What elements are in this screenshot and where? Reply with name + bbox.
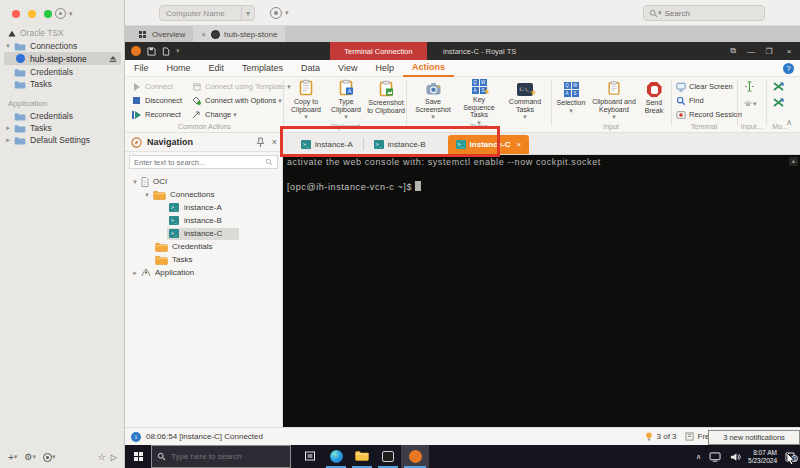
record-session-button[interactable]: Record Session xyxy=(675,108,742,121)
favorites-star-icon[interactable]: ☆ xyxy=(98,452,106,462)
new-document-icon[interactable] xyxy=(162,47,170,56)
close-tab-icon[interactable]: × xyxy=(517,140,522,149)
disconnect-button[interactable]: Disconnect xyxy=(131,94,182,107)
connection-menu-icon[interactable] xyxy=(43,453,52,462)
key-sequence-tasks-button[interactable]: QWAS★ Key Sequence Tasks▾ xyxy=(457,79,501,121)
chevron-right-icon[interactable]: ▸ xyxy=(4,136,12,144)
tab-hub-step-stone[interactable]: × hub-step-stone xyxy=(193,26,285,42)
close-panel-icon[interactable]: × xyxy=(272,137,277,147)
menu-templates[interactable]: Templates xyxy=(233,60,292,77)
help-icon[interactable]: ? xyxy=(783,63,794,74)
sidebar-item-app-credentials[interactable]: Credentials xyxy=(0,110,125,122)
save-screenshot-button[interactable]: Save Screenshot▾ xyxy=(411,79,455,121)
eject-icon[interactable] xyxy=(109,55,117,63)
tree-item-instance-c[interactable]: >_ instance-C xyxy=(125,227,283,240)
type-clipboard-button[interactable]: A Type Clipboard▾ xyxy=(325,79,367,121)
minimize-traffic-icon[interactable] xyxy=(28,10,36,18)
copy-to-clipboard-button[interactable]: Copy to Clipboard▾ xyxy=(285,79,327,121)
input-mode-button[interactable]: ▾ xyxy=(743,97,757,110)
popout-icon[interactable]: ⧉ xyxy=(724,42,742,60)
gear-button[interactable]: ⚙ xyxy=(24,452,32,462)
tree-item-oci[interactable]: ▾ OCI xyxy=(125,175,283,188)
find-button[interactable]: Find xyxy=(675,94,704,107)
change-button[interactable]: Change▾ xyxy=(191,108,237,121)
maximize-icon[interactable]: ❐ xyxy=(760,42,778,60)
tree-item-tasks[interactable]: Tasks xyxy=(125,253,283,266)
chevron-expanded-icon[interactable]: ▾ xyxy=(4,42,12,50)
context-tab-terminal-connection[interactable]: Terminal Connection xyxy=(330,42,427,60)
taskbar-search-box[interactable] xyxy=(151,445,291,468)
menu-view[interactable]: View xyxy=(329,60,366,77)
reconnect-button[interactable]: Reconnect xyxy=(131,108,181,121)
tray-chevron-icon[interactable]: ∧ xyxy=(692,453,705,461)
menu-help[interactable]: Help xyxy=(366,60,403,77)
text-input-button[interactable] xyxy=(744,81,755,94)
tree-item-application[interactable]: ▸ Application xyxy=(125,266,283,279)
screenshot-to-clipboard-button[interactable]: Screenshot to Clipboard xyxy=(365,79,407,121)
speaker-icon[interactable] xyxy=(726,452,745,462)
menu-file[interactable]: File xyxy=(125,60,158,77)
task-view-button[interactable] xyxy=(297,445,323,468)
menu-home[interactable]: Home xyxy=(158,60,200,77)
command-tasks-button[interactable]: C:\_★ Command Tasks▾ xyxy=(503,79,547,121)
connect-using-template-button[interactable]: Connect using Template▾ xyxy=(191,80,291,93)
sidebar-item-hub-step-stone[interactable]: hub-step-stone xyxy=(4,52,121,65)
menu-data[interactable]: Data xyxy=(292,60,329,77)
selection-button[interactable]: QWAS Selection▾ xyxy=(553,79,589,121)
clear-screen-icon xyxy=(675,82,686,92)
taskbar-explorer-button[interactable] xyxy=(349,445,375,468)
chevron-right-icon[interactable]: ▸ xyxy=(4,124,12,132)
play-icon[interactable]: ▷ xyxy=(111,453,117,462)
warning-icon xyxy=(8,30,16,37)
clipboard-and-keyboard-button[interactable]: Clipboard and Keyboard▾ xyxy=(591,79,637,121)
traffic-lights[interactable] xyxy=(12,10,58,20)
tree-item-connections[interactable]: ▾ Connections xyxy=(125,188,283,201)
menu-actions[interactable]: Actions xyxy=(403,60,454,77)
taskbar-search-input[interactable] xyxy=(171,452,290,461)
minimize-icon[interactable]: — xyxy=(742,42,760,60)
close-tab-icon[interactable]: × xyxy=(201,30,206,39)
navigation-search-box[interactable] xyxy=(129,155,278,169)
swap-button[interactable] xyxy=(773,81,784,94)
save-icon[interactable] xyxy=(147,47,156,56)
sidebar-view-menu-button[interactable]: ▾ xyxy=(55,8,73,19)
pin-icon[interactable] xyxy=(256,137,265,148)
connect-with-options-button[interactable]: Connect with Options▾ xyxy=(191,94,282,107)
navigation-search-input[interactable] xyxy=(130,158,265,167)
taskbar-terminal-button[interactable] xyxy=(375,445,401,468)
record-menu-button[interactable]: ▾ xyxy=(270,7,289,19)
search-input[interactable] xyxy=(662,9,775,18)
close-icon[interactable]: × xyxy=(780,42,798,60)
task-view-icon xyxy=(304,450,316,464)
taskbar-clock[interactable]: 8:07 AM 5/23/2024 xyxy=(745,449,780,465)
computer-name-dropdown[interactable]: Computer Name ▾ xyxy=(159,5,255,21)
bulb-icon xyxy=(645,431,653,442)
start-button[interactable] xyxy=(125,445,151,468)
clear-screen-button[interactable]: Clear Screen xyxy=(675,80,733,93)
sidebar-item-connections[interactable]: ▾ Connections xyxy=(0,40,125,52)
sidebar-item-tasks[interactable]: Tasks xyxy=(0,78,125,90)
tab-overview[interactable]: Overview xyxy=(125,26,193,42)
connect-button[interactable]: Connect xyxy=(131,80,173,93)
royal-ts-icon xyxy=(409,450,422,463)
sidebar-item-app-tasks[interactable]: ▸ Tasks xyxy=(0,122,125,134)
terminal-screen[interactable]: activate the web console with: systemctl… xyxy=(283,155,800,427)
chevron-down-icon[interactable]: ▾ xyxy=(176,47,180,55)
tree-item-instance-a[interactable]: >_ instance-A xyxy=(125,201,283,214)
sidebar-item-default-settings[interactable]: ▸ Default Settings xyxy=(0,134,125,146)
menu-edit[interactable]: Edit xyxy=(200,60,234,77)
zoom-traffic-icon[interactable] xyxy=(44,10,52,18)
clipboard-icon xyxy=(607,79,621,96)
send-break-button[interactable]: Send Break xyxy=(639,79,669,121)
collapse-ribbon-icon[interactable]: ∧ xyxy=(786,118,792,127)
mac-search-box[interactable]: ▾ xyxy=(643,5,765,21)
close-traffic-icon[interactable] xyxy=(12,10,20,18)
scroll-up-icon[interactable]: ▲ xyxy=(789,157,798,166)
network-icon[interactable] xyxy=(705,452,726,462)
sidebar-item-credentials[interactable]: Credentials xyxy=(0,66,125,78)
taskbar-edge-button[interactable] xyxy=(323,445,349,468)
taskbar-royalts-button[interactable] xyxy=(401,445,429,468)
tree-item-instance-b[interactable]: >_ instance-B xyxy=(125,214,283,227)
swap-button-2[interactable] xyxy=(773,97,784,110)
tree-item-credentials[interactable]: Credentials xyxy=(125,240,283,253)
